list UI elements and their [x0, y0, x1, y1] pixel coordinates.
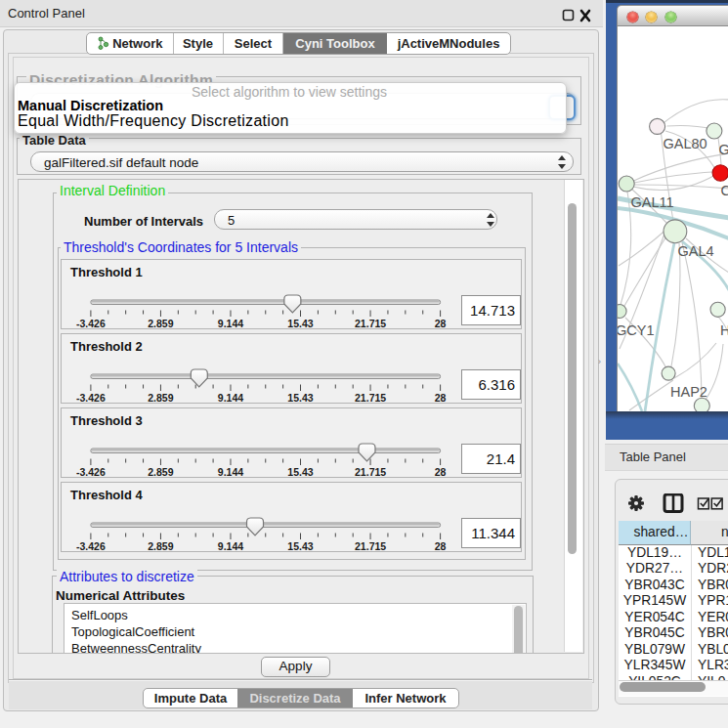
- svg-text:GAL: GAL: [719, 142, 728, 157]
- svg-text:15.43: 15.43: [287, 392, 313, 404]
- svg-text:21.715: 21.715: [355, 540, 386, 552]
- svg-text:CA: CA: [721, 183, 728, 198]
- svg-text:2.859: 2.859: [148, 466, 173, 478]
- svg-text:21.715: 21.715: [355, 466, 386, 478]
- svg-text:-3.426: -3.426: [76, 392, 106, 404]
- svg-text:-3.426: -3.426: [76, 466, 106, 478]
- svg-text:28: 28: [435, 540, 447, 552]
- svg-text:GCY1: GCY1: [617, 322, 655, 338]
- svg-text:21.715: 21.715: [355, 318, 386, 329]
- svg-text:9.144: 9.144: [218, 466, 243, 478]
- svg-text:9.144: 9.144: [218, 318, 243, 329]
- svg-text:2.859: 2.859: [148, 540, 173, 552]
- svg-text:28: 28: [435, 392, 447, 404]
- svg-text:28: 28: [435, 318, 447, 329]
- svg-text:GAL80: GAL80: [664, 136, 707, 151]
- svg-text:2.859: 2.859: [148, 318, 173, 329]
- svg-text:9.144: 9.144: [218, 392, 243, 404]
- svg-text:21.715: 21.715: [355, 392, 386, 404]
- svg-text:15.43: 15.43: [287, 318, 313, 329]
- svg-text:2.859: 2.859: [148, 392, 173, 404]
- svg-text:-3.426: -3.426: [76, 318, 106, 329]
- svg-text:HA: HA: [720, 322, 728, 338]
- svg-text:15.43: 15.43: [287, 540, 313, 552]
- svg-text:GAL11: GAL11: [631, 194, 674, 210]
- svg-text:HAP2: HAP2: [670, 384, 707, 400]
- svg-text:9.144: 9.144: [218, 540, 243, 552]
- svg-text:-3.426: -3.426: [76, 540, 106, 552]
- svg-text:28: 28: [435, 466, 447, 478]
- svg-text:15.43: 15.43: [287, 466, 313, 478]
- svg-text:GAL4: GAL4: [678, 243, 714, 259]
